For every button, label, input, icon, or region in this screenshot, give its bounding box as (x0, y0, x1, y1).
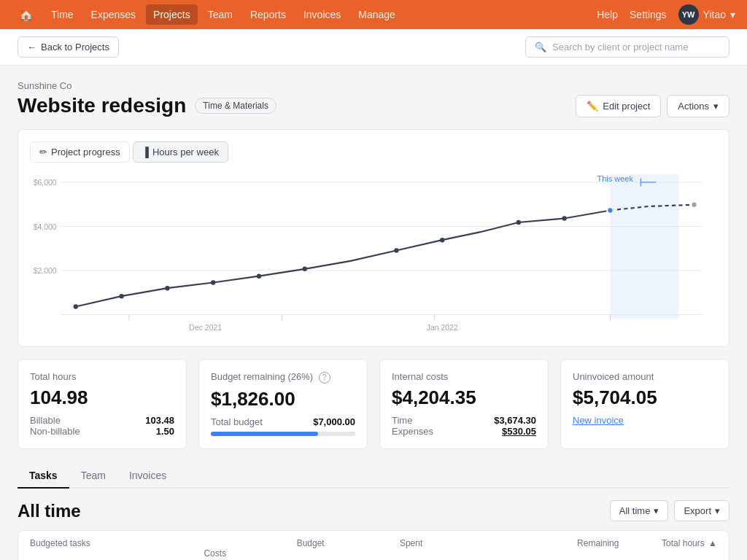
table-header: Budgeted tasks Budget Spent Remaining To… (18, 531, 729, 560)
nav-item-time[interactable]: Time (44, 4, 81, 25)
col-header-progress (422, 538, 521, 548)
budget-remaining-value: $1,826.00 (211, 388, 355, 411)
col-header-budget: Budget (226, 538, 325, 548)
svg-point-23 (562, 216, 567, 221)
chart-svg: $6,000 $4,000 $2,000 Dec 2021 Jan 2022 (30, 174, 717, 335)
nav-item-projects[interactable]: Projects (146, 4, 198, 25)
svg-text:$2,000: $2,000 (34, 266, 57, 275)
stat-internal-costs: Internal costs $4,204.35 Time $3,674.30 … (379, 359, 549, 449)
data-table: Budgeted tasks Budget Spent Remaining To… (18, 530, 729, 560)
all-time-filter-button[interactable]: All time ▾ (610, 500, 669, 521)
tab-team[interactable]: Team (69, 464, 117, 489)
search-icon: 🔍 (535, 42, 546, 52)
actions-chevron: ▾ (713, 101, 719, 112)
svg-point-24 (607, 207, 613, 214)
svg-text:$4,000: $4,000 (34, 222, 57, 231)
nav-item-reports[interactable]: Reports (243, 4, 293, 25)
svg-text:Jan 2022: Jan 2022 (427, 323, 458, 332)
edit-icon: ✏️ (587, 101, 598, 112)
project-progress-tab[interactable]: ✏ Project progress (30, 141, 130, 163)
billable-value: 103.48 (145, 415, 174, 426)
total-budget-value: $7,000.00 (313, 416, 355, 427)
page-content: Sunshine Co Website redesign Time & Mate… (0, 66, 747, 560)
svg-point-17 (211, 280, 215, 285)
user-menu-chevron: ▾ (730, 9, 735, 20)
col-header-spent: Spent (325, 538, 423, 548)
internal-costs-label: Internal costs (392, 371, 536, 382)
filter-row: All time ▾ Export ▾ (610, 500, 729, 521)
svg-point-20 (394, 248, 398, 253)
svg-point-14 (74, 304, 78, 309)
chart-tabs: ✏ Project progress ▐ Hours per week (30, 141, 717, 163)
hours-per-week-icon: ▐ (142, 147, 149, 158)
user-name: Yitao (703, 9, 726, 20)
nav-help[interactable]: Help (597, 9, 618, 20)
back-arrow-icon: ← (27, 42, 36, 52)
budget-info-icon[interactable]: ? (319, 372, 330, 384)
hours-per-week-tab[interactable]: ▐ Hours per week (133, 141, 228, 163)
svg-point-18 (257, 273, 261, 279)
export-chevron: ▾ (715, 505, 720, 516)
sort-icon[interactable]: ▲ (708, 538, 717, 548)
actions-button[interactable]: Actions ▾ (667, 95, 729, 117)
nav-item-expenses[interactable]: Expenses (84, 4, 143, 25)
stats-row: Total hours 104.98 Billable 103.48 Non-b… (18, 359, 729, 449)
filter-label: All time (619, 505, 651, 516)
total-hours-nonbillable-row: Non-billable 1.50 (30, 426, 174, 437)
export-button[interactable]: Export ▾ (674, 500, 729, 521)
total-hours-label: Total hours (30, 371, 174, 382)
time-label: Time (392, 415, 412, 426)
uninvoiced-label: Uninvoiced amount (573, 371, 717, 382)
nav-settings[interactable]: Settings (630, 9, 667, 20)
edit-label: Edit project (603, 101, 650, 112)
nav-item-team[interactable]: Team (201, 4, 240, 25)
back-to-projects-button[interactable]: ← Back to Projects (18, 36, 119, 58)
svg-point-21 (440, 238, 444, 243)
nonbillable-label: Non-billable (30, 426, 80, 437)
svg-text:Dec 2021: Dec 2021 (189, 323, 222, 332)
nonbillable-value: 1.50 (156, 426, 174, 437)
col-header-total-hours: Total hours ▲ (619, 538, 717, 548)
total-budget-row: Total budget $7,000.00 (211, 416, 355, 427)
svg-point-22 (516, 220, 521, 225)
hours-per-week-label: Hours per week (152, 147, 219, 158)
expenses-value[interactable]: $530.05 (502, 426, 536, 437)
nav-item-invoices[interactable]: Invoices (296, 4, 348, 25)
col-header-remaining: Remaining (521, 538, 619, 548)
svg-point-16 (165, 286, 169, 291)
budget-bar-background (211, 432, 355, 436)
all-time-title: All time (18, 501, 81, 521)
section-tabs: Tasks Team Invoices (18, 464, 729, 489)
project-title: Website redesign (18, 94, 186, 117)
stat-uninvoiced: Uninvoiced amount $5,704.05 New invoice (560, 359, 729, 449)
col-header-costs: Costs (30, 548, 226, 559)
client-name: Sunshine Co (18, 80, 729, 91)
budget-bar-fill (211, 432, 318, 436)
nav-home-icon[interactable]: 🏠 (12, 4, 41, 26)
actions-label: Actions (678, 101, 709, 112)
edit-project-button[interactable]: ✏️ Edit project (576, 95, 661, 117)
project-header: Website redesign Time & Materials ✏️ Edi… (18, 94, 729, 117)
user-menu[interactable]: YW Yitao ▾ (678, 4, 735, 25)
internal-expenses-row: Expenses $530.05 (392, 426, 536, 437)
svg-point-19 (303, 267, 307, 272)
new-invoice-link[interactable]: New invoice (573, 415, 717, 426)
search-placeholder: Search by client or project name (552, 42, 688, 52)
internal-time-row: Time $3,674.30 (392, 415, 536, 426)
nav-item-manage[interactable]: Manage (351, 4, 403, 25)
chart-card: ✏ Project progress ▐ Hours per week This… (18, 129, 729, 347)
total-budget-label: Total budget (211, 416, 263, 427)
col-header-tasks: Budgeted tasks (30, 538, 226, 548)
back-label: Back to Projects (41, 42, 109, 52)
tab-tasks[interactable]: Tasks (18, 464, 69, 489)
nav-left: 🏠 Time Expenses Projects Team Reports In… (12, 4, 403, 26)
project-type-badge: Time & Materials (195, 98, 276, 114)
uninvoiced-value: $5,704.05 (573, 386, 717, 409)
tab-invoices[interactable]: Invoices (117, 464, 178, 489)
top-navigation: 🏠 Time Expenses Projects Team Reports In… (0, 0, 747, 29)
filter-chevron: ▾ (654, 505, 659, 516)
expenses-label: Expenses (392, 426, 433, 437)
project-title-area: Website redesign Time & Materials (18, 94, 276, 117)
search-box[interactable]: 🔍 Search by client or project name (525, 36, 729, 58)
total-hours-value: 104.98 (30, 386, 174, 409)
